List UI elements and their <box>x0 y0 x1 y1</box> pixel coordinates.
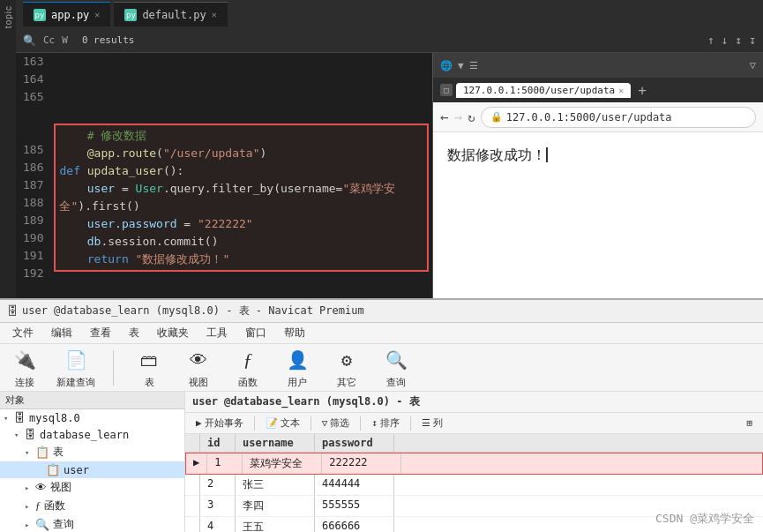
tree-query[interactable]: ▸ 🔍 查询 <box>0 515 184 532</box>
menu-table[interactable]: 表 <box>120 324 148 342</box>
tab-default-py[interactable]: py default.py ✕ <box>114 2 227 26</box>
topic-bar: topic <box>0 0 16 300</box>
browser-refresh-button[interactable]: ↻ <box>468 110 475 124</box>
object-header: user @database_learn (mysql8.0) - 表 <box>185 392 763 413</box>
tool-other[interactable]: ⚙ 其它 <box>329 346 364 389</box>
tree-func[interactable]: ▸ ƒ 函数 <box>0 497 184 515</box>
browser-active-tab[interactable]: 127.0.0.1:5000/user/updata ✕ <box>456 83 631 98</box>
browser-forward-button[interactable]: → <box>454 109 463 125</box>
row1-username: 菜鸡学安全 <box>243 453 322 474</box>
columns-label: 列 <box>433 416 443 430</box>
tool-view[interactable]: 👁 视图 <box>181 346 216 389</box>
obj-sep-1 <box>254 416 255 431</box>
navicat-main: 对象 ▾ 🗄 mysql8.0 ▾ 🗄 database_learn ▾ 📋 表… <box>0 392 763 532</box>
menu-view[interactable]: 查看 <box>81 324 120 342</box>
tool-new-query[interactable]: 📄 新建查询 <box>56 346 95 389</box>
code-line-190: db.session.commit() <box>59 233 423 251</box>
tree-query-label: 查询 <box>53 517 74 532</box>
browser-url: 127.0.0.1:5000/user/updata <box>506 111 672 124</box>
tool-query[interactable]: 🔍 查询 <box>378 346 414 389</box>
menu-tools[interactable]: 工具 <box>198 324 236 342</box>
menu-edit[interactable]: 编辑 <box>42 324 81 342</box>
tool-connect-label: 连接 <box>15 376 34 389</box>
tree-mysql8[interactable]: ▾ 🗄 mysql8.0 <box>0 409 184 426</box>
connect-icon: 🔌 <box>11 346 39 374</box>
menu-window[interactable]: 窗口 <box>236 324 275 342</box>
tab-app-py-close[interactable]: ✕ <box>94 10 100 19</box>
row3-username: 李四 <box>236 496 315 516</box>
new-tab-button[interactable]: + <box>638 82 647 99</box>
text-icon: 📝 <box>266 417 278 429</box>
tool-func[interactable]: ƒ 函数 <box>230 346 266 389</box>
begin-tx-label: 开始事务 <box>205 416 243 430</box>
tree-arrow-user <box>35 466 44 475</box>
filter-label: 筛选 <box>330 416 349 430</box>
address-bar[interactable]: 🔒 127.0.0.1:5000/user/updata <box>481 107 756 128</box>
table-header-row: id username password <box>185 434 763 453</box>
expand-button[interactable]: ⊞ <box>743 416 756 430</box>
menu-help[interactable]: 帮助 <box>275 324 314 342</box>
mysql8-icon: 🗄 <box>14 411 26 424</box>
navicat-toolbar: 🔌 连接 📄 新建查询 🗃 表 👁 视图 ƒ 函数 👤 用户 ⚙ 其它 <box>0 344 763 392</box>
row1-arrow: ▶ <box>186 453 207 474</box>
tab-app-py[interactable]: py app.py ✕ <box>23 2 110 26</box>
tool-user[interactable]: 👤 用户 <box>280 346 315 389</box>
navicat-title: user @database_learn (mysql8.0) - 表 - Na… <box>22 303 364 318</box>
other-icon: ⚙ <box>333 346 361 374</box>
tool-view-label: 视图 <box>189 376 208 389</box>
table-row[interactable]: ▶ 1 菜鸡学安全 222222 <box>185 453 763 475</box>
row3-password: 555555 <box>315 496 394 516</box>
tree-view-label: 视图 <box>50 480 71 495</box>
browser-title: 🌐 <box>440 60 453 71</box>
topic-label: topic <box>4 5 13 28</box>
sort-button[interactable]: ↕ 排序 <box>368 416 403 431</box>
tool-user-label: 用户 <box>288 376 307 389</box>
editor-toolbar: 🔍 Cc W 0 results ↑ ↓ ↕ ↧ <box>16 28 763 53</box>
menu-favorites[interactable]: 收藏夹 <box>148 324 198 342</box>
table-row[interactable]: 2 张三 444444 <box>185 475 763 496</box>
tree-arrow-mysql8: ▾ <box>4 414 12 423</box>
tree-database-learn[interactable]: ▾ 🗄 database_learn <box>0 426 184 443</box>
toolbar-cc: Cc <box>43 34 55 46</box>
search-icon: 🔍 <box>23 34 36 47</box>
obj-sep-4 <box>410 416 411 431</box>
filter-button[interactable]: ▽ 筛选 <box>318 416 354 431</box>
watermark: CSDN @菜鸡学安全 <box>655 511 754 527</box>
code-line-191: return "数据修改成功！" <box>59 251 423 268</box>
lock-icon: 🔒 <box>490 111 503 123</box>
tool-query-label: 查询 <box>386 376 406 389</box>
highlight-block: # 修改数据 @app.route("/user/updata") def up… <box>54 124 429 272</box>
code-editor: 163 164 165 185 186 187 188 189 190 191 … <box>16 53 432 326</box>
tab-default-py-close[interactable]: ✕ <box>212 10 217 19</box>
tree-user-table[interactable]: 📋 user <box>0 461 184 478</box>
nav-sidebar: 对象 ▾ 🗄 mysql8.0 ▾ 🗄 database_learn ▾ 📋 表… <box>0 392 185 532</box>
begin-transaction-button[interactable]: ▶ 开始事务 <box>192 416 247 431</box>
empty-lines-top <box>50 53 432 106</box>
tab-bar: py app.py ✕ py default.py ✕ <box>16 0 763 28</box>
text-button[interactable]: 📝 文本 <box>262 416 303 431</box>
row3-arrow <box>185 496 200 516</box>
toolbar-w: W <box>62 34 68 46</box>
user-icon: 👤 <box>283 346 311 374</box>
obj-sep-2 <box>310 416 311 431</box>
object-toolbar: ▶ 开始事务 📝 文本 ▽ 筛选 ↕ 排序 <box>185 413 763 434</box>
tool-table[interactable]: 🗃 表 <box>131 346 167 389</box>
tool-connect[interactable]: 🔌 连接 <box>7 346 42 389</box>
table-icon: 🗃 <box>135 346 163 374</box>
tab-app-py-label: app.py <box>51 9 89 21</box>
tool-table-label: 表 <box>145 376 154 389</box>
columns-button[interactable]: ☰ 列 <box>418 416 446 431</box>
menu-file[interactable]: 文件 <box>4 324 42 342</box>
view-icon: 👁 <box>184 346 213 374</box>
sort-label: 排序 <box>380 416 400 430</box>
text-label: 文本 <box>281 416 300 430</box>
tree-view[interactable]: ▸ 👁 视图 <box>0 478 184 497</box>
browser-favicon: □ <box>440 84 453 96</box>
browser-back-button[interactable]: ← <box>440 109 449 125</box>
tree-arrow-view: ▸ <box>25 483 34 492</box>
browser-pane: 🌐 ▼ ☰ ▽ □ 127.0.0.1:5000/user/updata ✕ +… <box>432 53 763 326</box>
browser-tab-close[interactable]: ✕ <box>618 86 624 95</box>
tree-table[interactable]: ▾ 📋 表 <box>0 443 184 461</box>
sort-icon: ↕ <box>371 417 378 429</box>
row1-password: 222222 <box>322 453 401 474</box>
